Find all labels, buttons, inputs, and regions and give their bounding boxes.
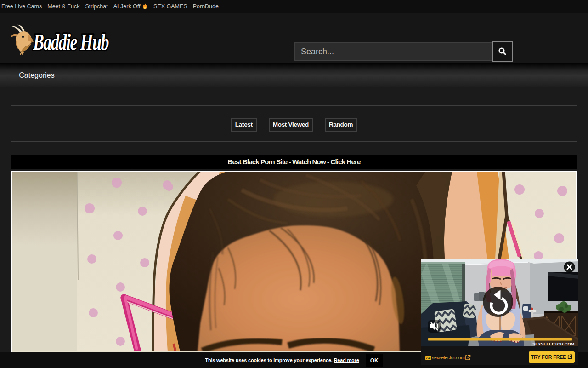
svg-text:Baddie Hub: Baddie Hub (33, 29, 109, 54)
svg-text:SEXSELECTOR.COM: SEXSELECTOR.COM (532, 342, 574, 346)
